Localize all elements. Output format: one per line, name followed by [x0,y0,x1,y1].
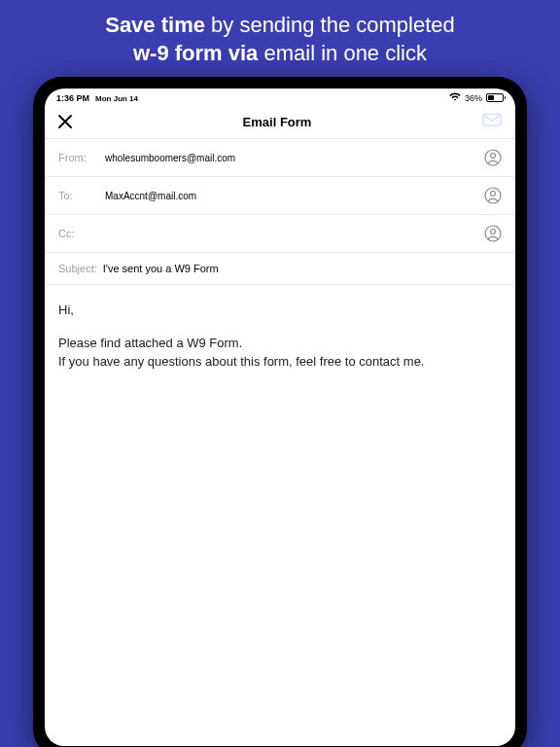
body-greeting: Hi, [58,301,502,320]
page-title: Email Form [243,115,312,129]
svg-point-4 [491,192,496,196]
from-label: From: [58,152,97,163]
device-frame: 1:36 PM Mon Jun 14 36% Email Form From: [33,77,527,747]
svg-point-6 [491,230,496,234]
battery-icon [486,93,504,102]
from-row[interactable]: From: wholesumboomers@mail.com [45,139,515,177]
to-label: To: [58,190,97,201]
subject-row[interactable]: Subject: I've sent you a W9 Form [45,253,515,285]
contact-icon[interactable] [484,225,502,242]
to-value: MaxAccnt@mail.com [105,191,476,201]
promo-bold-1: Save time [105,13,205,37]
cc-row[interactable]: Cc: [45,215,515,253]
subject-label: Subject: [58,263,97,274]
promo-text-1: by sending the completed [205,13,455,37]
to-row[interactable]: To: MaxAccnt@mail.com [45,177,515,215]
battery-pct: 36% [465,93,482,103]
status-left: 1:36 PM Mon Jun 14 [56,93,138,103]
cc-label: Cc: [58,228,97,239]
email-body[interactable]: Hi, Please find attached a W9 Form. If y… [45,285,515,387]
status-bar: 1:36 PM Mon Jun 14 36% [45,89,515,105]
svg-point-2 [491,154,496,159]
status-time: 1:36 PM [56,93,89,103]
device-screen: 1:36 PM Mon Jun 14 36% Email Form From: [45,89,515,746]
promo-text-2: email in one click [258,41,427,65]
subject-value: I've sent you a W9 Form [103,263,219,274]
contact-icon[interactable] [484,187,502,204]
body-line-2: If you have any questions about this for… [58,352,502,372]
from-value: wholesumboomers@mail.com [105,153,476,163]
status-right: 36% [449,92,504,103]
close-icon[interactable] [58,115,72,128]
promo-bold-2: w-9 form via [133,41,258,65]
wifi-icon [449,92,461,103]
contact-icon[interactable] [484,149,502,166]
svg-rect-0 [483,114,501,125]
nav-bar: Email Form [45,105,515,139]
promo-header: Save time by sending the completed w-9 f… [0,0,560,77]
status-date: Mon Jun 14 [95,94,138,103]
body-line-1: Please find attached a W9 Form. [58,334,502,353]
send-icon[interactable] [482,113,502,130]
